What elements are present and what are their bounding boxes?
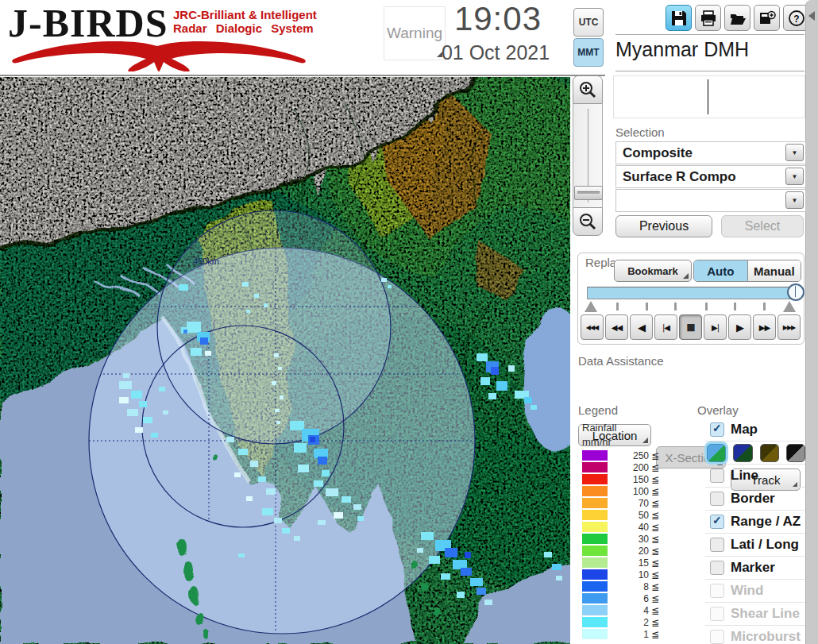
overlay-item-map[interactable]: ✓ Map <box>705 418 805 442</box>
step-back-button[interactable]: |◀ <box>654 314 677 340</box>
replay-slider-handle[interactable] <box>787 283 804 301</box>
range-ring-label: 450km <box>193 256 219 266</box>
map-style-terrain-color[interactable] <box>707 444 726 462</box>
legend-row: 70≦ <box>582 497 659 509</box>
replay-range-start-marker[interactable] <box>585 301 597 312</box>
legend-color-swatch <box>582 474 608 484</box>
overlay-item-border[interactable]: ✓ Border <box>705 488 805 511</box>
legend-row: 250≦ <box>582 449 659 461</box>
chevron-down-icon[interactable]: ▼ <box>785 144 804 161</box>
legend-color-swatch <box>582 546 608 556</box>
marker-checkbox[interactable]: ✓ <box>710 561 724 575</box>
zoom-slider-track[interactable] <box>573 104 603 207</box>
site-name-label: Myanmar DMH <box>615 38 749 61</box>
previous-button[interactable]: Previous <box>615 215 712 237</box>
map-style-olive[interactable] <box>760 444 779 462</box>
zoom-out-button[interactable] <box>573 207 603 236</box>
rewind-button[interactable]: ◀◀ <box>605 314 628 340</box>
chevron-down-icon[interactable]: ▼ <box>785 191 804 209</box>
legend-color-swatch <box>582 486 608 496</box>
site-list-box[interactable] <box>613 75 805 118</box>
open-folder-icon <box>729 10 747 27</box>
chevron-down-icon[interactable]: ▼ <box>785 168 804 185</box>
rainfall-legend: 250≦ 200≦ 150≦ 100≦ 70≦ 50≦ 40≦ 30≦ 20≦ … <box>582 449 659 640</box>
radar-map-canvas[interactable]: 450km <box>0 77 570 644</box>
range-az-checkbox[interactable]: ✓ <box>710 515 724 529</box>
legend-row: 150≦ <box>582 473 659 485</box>
step-forward-button[interactable]: ▶| <box>704 314 727 340</box>
stop-button[interactable]: ■ <box>679 314 702 340</box>
slider-tick <box>734 303 736 310</box>
forward-fast-button[interactable]: ▶▶▶ <box>777 314 801 340</box>
timezone-mmt-button[interactable]: MMT <box>573 38 604 67</box>
overlay-item-range-az[interactable]: ✓ Range / AZ <box>705 511 805 534</box>
save-button[interactable] <box>666 5 692 31</box>
legend-color-swatch <box>582 617 608 627</box>
manual-mode-button[interactable]: Manual <box>747 260 801 281</box>
print-icon <box>700 10 717 27</box>
border-checkbox[interactable]: ✓ <box>710 492 724 506</box>
slider-tick <box>674 303 677 310</box>
panel-collapse-arrow-icon[interactable] <box>808 11 815 21</box>
map-checkbox[interactable]: ✓ <box>710 422 724 437</box>
rewind-fast-button[interactable]: ◀◀◀ <box>581 314 604 340</box>
legend-color-swatch <box>582 605 608 615</box>
auto-mode-button[interactable]: Auto <box>694 260 747 281</box>
overlay-item-lati-long[interactable]: ✓ Lati / Long <box>705 534 805 557</box>
legend-row: 4≦ <box>582 604 659 616</box>
add-image-button[interactable] <box>754 5 780 31</box>
clock-time: 19:03 <box>442 0 542 38</box>
site-list-divider <box>708 79 708 114</box>
panel-collapse-strip[interactable] <box>805 0 818 644</box>
legend-color-swatch <box>582 581 608 592</box>
map-style-dark-blue[interactable] <box>733 444 752 462</box>
utc-label: UTC <box>579 17 599 28</box>
mmt-label: MMT <box>577 47 599 58</box>
radar-map[interactable]: 450km <box>0 77 570 644</box>
forward-button[interactable]: ▶▶ <box>753 314 776 340</box>
replay-group: Replay Bookmark Auto Manual ◀◀◀ ◀◀ ◀ |◀ … <box>577 253 804 345</box>
legend-row: 100≦ <box>582 485 659 497</box>
legend-row: 6≦ <box>582 592 659 604</box>
play-backward-button[interactable]: ◀ <box>630 314 653 340</box>
lati-long-checkbox[interactable]: ✓ <box>710 538 724 552</box>
selection-title: Selection <box>615 125 665 139</box>
legend-color-swatch <box>582 557 608 568</box>
legend-color-swatch <box>582 593 608 604</box>
toolbar: ? <box>666 5 809 31</box>
overlay-item-marker[interactable]: ✓ Marker <box>705 557 805 580</box>
bookmark-button[interactable]: Bookmark <box>614 260 692 282</box>
overlay-item-line[interactable]: ✓ Line <box>705 465 805 488</box>
data-assistance-title: Data Assistance <box>578 354 664 368</box>
select-button[interactable]: Select <box>721 215 804 237</box>
clock-date: 01 Oct 2021 <box>435 41 556 64</box>
option-dropdown[interactable]: ▼ <box>615 189 806 212</box>
play-button[interactable]: ▶ <box>728 314 751 340</box>
legend-row: 20≦ <box>582 545 659 557</box>
check-icon: ✓ <box>712 514 722 526</box>
zoom-slider-handle[interactable] <box>574 186 603 200</box>
legend-color-swatch <box>582 522 608 532</box>
replay-range-end-marker[interactable] <box>783 301 796 312</box>
add-image-icon <box>758 10 776 27</box>
eagle-logo-icon <box>8 40 310 71</box>
bookmark-label: Bookmark <box>627 265 678 277</box>
slider-tick <box>646 303 648 310</box>
shear-line-checkbox: ✓ <box>710 607 724 621</box>
open-folder-button[interactable] <box>724 5 750 31</box>
category-dropdown[interactable]: Composite ▼ <box>615 141 806 164</box>
zoom-in-button[interactable] <box>573 75 603 104</box>
product-dropdown-value: Surface R Compo <box>623 166 736 187</box>
print-button[interactable] <box>695 5 721 31</box>
legend-unit-line2: mm/hr <box>582 435 616 449</box>
overlay-item-microburst: ✓ Microburst <box>705 626 805 644</box>
legend-color-swatch <box>582 462 608 472</box>
line-checkbox[interactable]: ✓ <box>710 469 724 483</box>
replay-mode-switch: Auto Manual <box>693 260 801 282</box>
zoom-out-icon <box>578 212 597 231</box>
replay-progress-slider[interactable] <box>587 287 798 299</box>
overlay-item-wind: ✓ Wind <box>705 580 805 603</box>
timezone-utc-button[interactable]: UTC <box>573 8 604 37</box>
map-style-gray[interactable] <box>786 444 805 462</box>
product-dropdown[interactable]: Surface R Compo ▼ <box>615 165 806 188</box>
